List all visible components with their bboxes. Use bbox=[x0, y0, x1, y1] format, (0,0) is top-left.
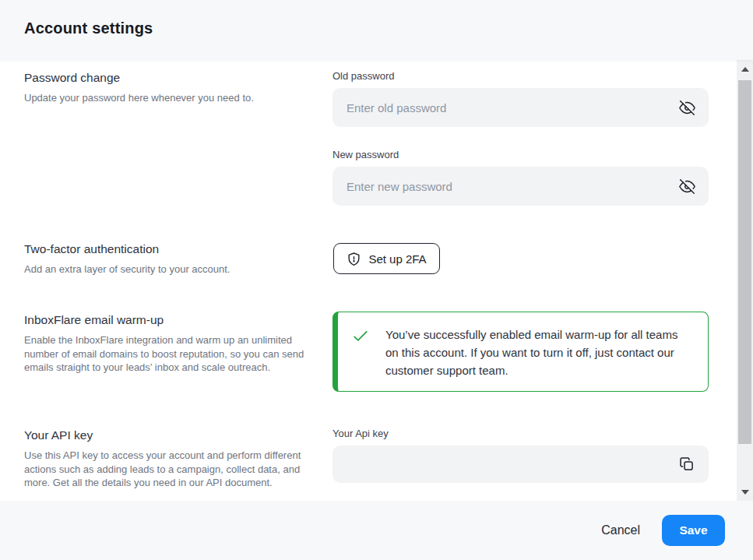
copy-api-key-button[interactable] bbox=[677, 455, 696, 474]
section-email-warmup: InboxFlare email warm-up Enable the Inbo… bbox=[24, 312, 318, 375]
page-title: Account settings bbox=[24, 19, 153, 37]
warmup-success-alert: You’ve successfully enabled email warm-u… bbox=[333, 312, 709, 392]
arrow-down-icon bbox=[741, 490, 749, 495]
toggle-new-password-visibility-button[interactable] bbox=[677, 177, 696, 195]
section-description: Enable the InboxFlare integration and wa… bbox=[24, 333, 318, 375]
section-title: Password change bbox=[24, 70, 318, 85]
dialog-body: Password change Update your password her… bbox=[0, 60, 753, 501]
section-api-key: Your API key Use this API key to access … bbox=[24, 428, 318, 490]
section-title: Your API key bbox=[24, 428, 318, 442]
section-description: Update your password here whenever you n… bbox=[24, 91, 318, 105]
old-password-field-wrap bbox=[333, 88, 709, 127]
setup-2fa-button[interactable]: Set up 2FA bbox=[333, 243, 440, 274]
section-title: InboxFlare email warm-up bbox=[24, 312, 318, 327]
scrollbar-thumb[interactable] bbox=[738, 80, 751, 444]
section-title: Two-factor authentication bbox=[24, 241, 318, 256]
old-password-label: Old password bbox=[333, 70, 394, 83]
new-password-input[interactable] bbox=[345, 179, 677, 194]
api-key-input[interactable] bbox=[345, 457, 677, 472]
copy-icon bbox=[679, 456, 695, 472]
setup-2fa-button-label: Set up 2FA bbox=[368, 252, 426, 266]
new-password-label: New password bbox=[333, 149, 399, 161]
section-description: Add an extra layer of security to your a… bbox=[24, 262, 318, 276]
dialog-header: Account settings bbox=[0, 0, 753, 60]
arrow-up-icon bbox=[741, 67, 749, 72]
account-settings-dialog: { "header": { "title": "Account settings… bbox=[0, 0, 753, 560]
old-password-input[interactable] bbox=[345, 100, 677, 115]
scroll-down-button[interactable] bbox=[737, 485, 753, 498]
api-key-label: Your Api key bbox=[333, 428, 389, 440]
shield-icon bbox=[347, 252, 361, 266]
warmup-success-message: You’ve successfully enabled email warm-u… bbox=[385, 326, 692, 379]
dialog-footer: Cancel Save bbox=[0, 501, 753, 560]
section-password-change: Password change Update your password her… bbox=[24, 70, 318, 105]
scroll-up-button[interactable] bbox=[737, 62, 753, 76]
save-button[interactable]: Save bbox=[662, 515, 725, 546]
eye-off-icon bbox=[679, 178, 695, 195]
section-two-factor: Two-factor authentication Add an extra l… bbox=[24, 241, 318, 276]
cancel-button[interactable]: Cancel bbox=[601, 523, 640, 537]
check-icon bbox=[352, 327, 369, 344]
eye-off-icon bbox=[679, 100, 695, 116]
new-password-field-wrap bbox=[333, 167, 709, 206]
toggle-old-password-visibility-button[interactable] bbox=[677, 98, 696, 117]
section-description: Use this API key to access your account … bbox=[24, 449, 318, 490]
vertical-scrollbar[interactable] bbox=[737, 60, 753, 501]
api-key-field-wrap bbox=[333, 446, 709, 483]
